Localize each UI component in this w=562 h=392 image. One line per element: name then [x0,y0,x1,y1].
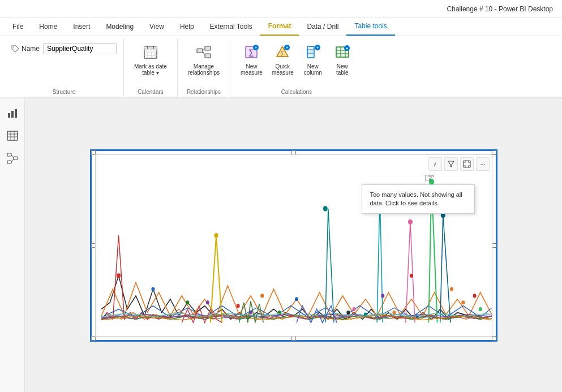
info-icon: i [434,161,436,167]
svg-rect-43 [7,153,11,156]
svg-line-47 [11,159,14,162]
svg-point-58 [323,206,327,211]
svg-point-52 [151,287,155,291]
handle-bc[interactable] [291,336,296,341]
new-table-icon: + [333,43,351,61]
title-bar: Challenge # 10 - Power BI Desktop [0,0,562,18]
structure-section: Name Structure [5,38,124,97]
more-icon: ··· [480,160,485,169]
table-icon [7,130,18,141]
tab-file[interactable]: File [5,18,31,36]
new-table-button[interactable]: + New table [329,41,356,78]
tab-insert[interactable]: Insert [65,18,98,36]
handle-tr[interactable] [492,150,496,155]
tab-external-tools[interactable]: External Tools [202,18,260,36]
new-column-sub: column [304,70,322,76]
focus-icon-btn[interactable] [460,157,474,171]
tab-format[interactable]: Format [260,18,299,36]
svg-text:∑: ∑ [248,48,254,57]
structure-label: Structure [11,87,117,95]
svg-line-14 [203,51,205,56]
sidebar-table[interactable] [5,128,20,144]
svg-point-0 [13,46,14,48]
manage-sub: relationships [188,70,220,76]
calculations-label: Calculations [237,87,356,95]
calendar-icon [141,43,160,61]
svg-text:+: + [286,45,289,50]
quick-measure-icon: ∑ + [273,43,291,61]
sidebar-model[interactable] [5,150,20,166]
bar-chart-icon [7,107,18,119]
svg-text:+: + [316,45,319,50]
mark-as-date-label: Mark as date [134,63,167,70]
chart-tooltip-bar: i ··· [428,157,490,171]
svg-point-55 [205,300,209,304]
tab-table-tools[interactable]: Table tools [346,18,394,36]
tab-view[interactable]: View [141,18,172,36]
svg-point-50 [117,273,121,278]
relationships-label: Relationships [185,87,223,95]
new-table-label: New [337,63,348,70]
model-icon [7,153,18,164]
new-measure-label: New [246,63,257,70]
warning-text: Too many values. Not showing all data. C… [370,191,462,206]
tag-icon [11,45,19,53]
more-options-btn[interactable]: ··· [476,157,490,171]
quick-measure-button[interactable]: ∑ + Quick measure [268,41,297,78]
name-label: Name [11,45,40,53]
info-icon-btn[interactable]: i [428,157,442,171]
tab-data-drill[interactable]: Data / Drill [299,18,346,36]
tab-modeling[interactable]: Modeling [98,18,141,36]
svg-rect-36 [11,111,14,118]
svg-point-64 [449,287,453,291]
svg-point-66 [381,294,384,298]
svg-rect-38 [7,131,18,140]
svg-point-57 [295,297,298,301]
svg-rect-37 [15,109,17,118]
svg-rect-10 [197,49,203,53]
svg-rect-2 [144,47,157,50]
svg-point-61 [407,219,412,224]
svg-line-46 [11,155,14,158]
svg-point-65 [409,273,413,277]
svg-point-51 [214,233,218,238]
title-text: Challenge # 10 - Power BI Desktop [447,5,553,13]
filter-icon [447,160,455,168]
quick-measure-sub: measure [272,70,294,76]
svg-point-54 [260,294,264,298]
handle-mr[interactable] [492,243,496,248]
warning-popup[interactable]: Too many values. Not showing all data. C… [362,184,475,214]
svg-point-56 [236,304,239,308]
ribbon: Name Structure [0,36,562,98]
svg-rect-11 [205,46,211,50]
svg-rect-44 [7,161,11,163]
new-table-sub: table [336,70,349,76]
manage-relationships-button[interactable]: Manage relationships [185,41,223,78]
relationships-section: Manage relationships Relationships [178,38,230,97]
svg-point-73 [473,294,476,298]
tab-home[interactable]: Home [31,18,65,36]
mark-as-date-button[interactable]: Mark as date table ▾ [131,41,170,78]
svg-point-53 [186,300,189,304]
handle-bl[interactable] [91,336,96,341]
new-measure-icon: ∑ + [242,43,260,61]
tab-help[interactable]: Help [172,18,202,36]
new-column-button[interactable]: + New column [299,41,327,78]
sidebar-bar-chart[interactable] [5,105,20,121]
calendars-section: Mark as date table ▾ Calendars [124,38,178,97]
chart-outer[interactable]: i ··· ☞ [90,149,497,342]
left-sidebar [0,98,25,392]
cursor-indicator: ☞ [424,171,435,186]
handle-br[interactable] [492,336,496,341]
quick-measure-label: Quick [276,63,290,70]
svg-point-74 [478,307,482,311]
calculations-section: ∑ + New measure ∑ + Quick [230,38,363,97]
svg-rect-12 [205,54,211,58]
name-input[interactable] [43,43,117,54]
filter-icon-btn[interactable] [444,157,458,171]
focus-icon [463,160,471,168]
manage-label: Manage [194,63,214,70]
calendars-label: Calendars [131,87,170,95]
new-measure-button[interactable]: ∑ + New measure [237,41,266,78]
svg-text:+: + [345,46,348,51]
